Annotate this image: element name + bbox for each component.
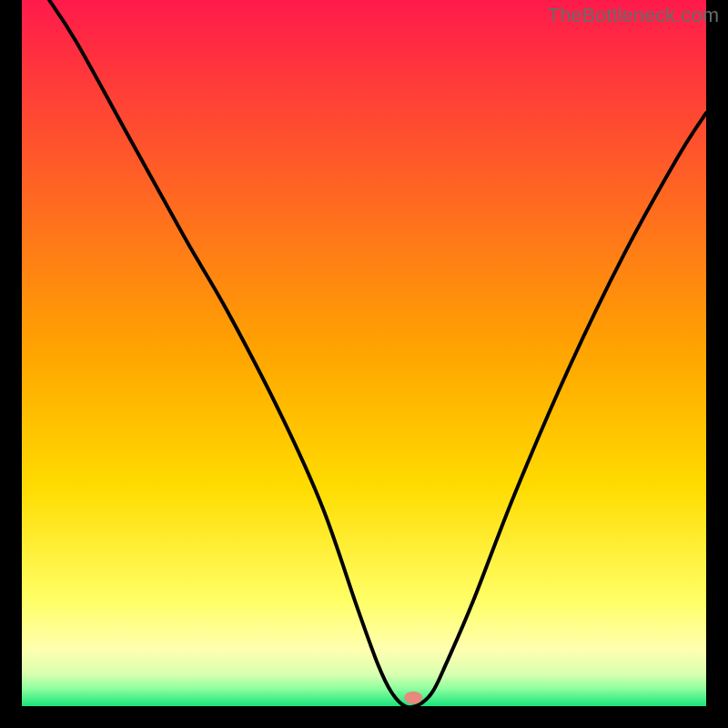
- axis-bottom: [0, 706, 728, 728]
- plot-background: [22, 0, 706, 706]
- axis-left: [0, 0, 22, 728]
- optimum-marker: [404, 692, 422, 704]
- chart-svg: [0, 0, 728, 728]
- bottleneck-chart: TheBottleneck.com: [0, 0, 728, 728]
- attribution-text: TheBottleneck.com: [548, 4, 719, 27]
- axis-right: [706, 0, 728, 728]
